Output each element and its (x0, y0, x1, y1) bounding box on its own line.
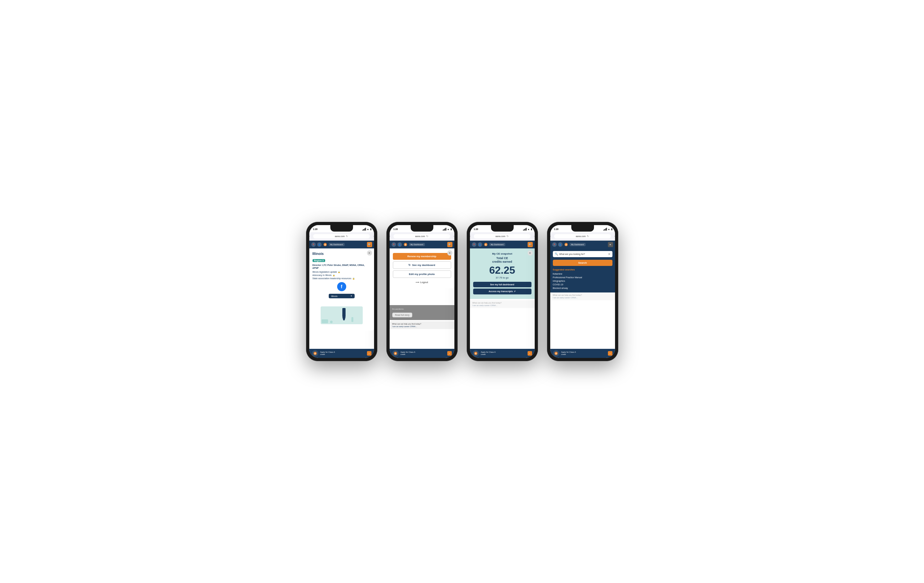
edit-profile-btn[interactable]: Edit my profile photo (393, 271, 451, 278)
signal-bar-2-4 (446, 228, 446, 231)
clear-search-icon[interactable]: ✕ (608, 252, 610, 256)
close-btn-1[interactable]: ✕ (367, 250, 372, 256)
dashboard-btn-4[interactable]: My Dashboard (570, 243, 586, 246)
bottom-arrow-1[interactable]: › (367, 351, 371, 356)
avatar-icon-4[interactable]: 👤 (558, 242, 563, 247)
usa-map (312, 302, 371, 327)
svg-text:A: A (314, 352, 316, 355)
ce-snapshot-panel: ✕ My CE snapshot Total CE credits earned… (470, 248, 535, 299)
search-icon-4: 🔍 (555, 253, 558, 256)
svg-text:A: A (394, 352, 396, 355)
refresh-icon-2[interactable]: ↻ (426, 235, 429, 238)
avatar-icon-2[interactable]: 👤 (398, 242, 402, 247)
external-link-icon: ↗ (514, 290, 516, 293)
signal-bar-4 (365, 228, 366, 231)
lock-icon-2: 🔒 (333, 274, 335, 276)
wifi-icon-3: ▲ (528, 228, 530, 230)
dashboard-btn-2[interactable]: My Dashboard (409, 243, 425, 246)
phone-3: 1:20 ▲ ▮ ‹ aana.com ↻ (467, 222, 538, 361)
bottom-text-2: Apply for Class A credit (401, 351, 446, 356)
suggestion-ppm[interactable]: Professional Practice Manual (553, 276, 612, 279)
search-input[interactable]: What are you looking for? (559, 253, 608, 255)
browser-bar-1: ‹ aana.com ↻ › (309, 232, 374, 241)
access-transcripts-btn[interactable]: Access my transcripts ↗ (473, 289, 531, 294)
close-btn-2[interactable]: ✕ (447, 250, 452, 256)
notch-3 (491, 225, 514, 231)
suggestion-ketamine[interactable]: Ketamine (553, 272, 612, 276)
search-btn-2[interactable]: 🔍 (447, 242, 452, 247)
dashboard-menu-panel: ✕ Renew my membership ↻ See my dashboard… (389, 248, 454, 288)
bottom-logo-2: A (392, 350, 399, 357)
suggested-searches-title: Suggested searches (553, 269, 612, 271)
time-1: 1:20 (313, 228, 318, 230)
state-dropdown[interactable]: Illinois ▾ (329, 294, 355, 298)
signal-bar-2-2 (444, 229, 444, 231)
signal-bar-3 (365, 228, 365, 231)
bottom-bar-3: A Apply for Class A credit › (470, 349, 535, 358)
location-icon-2[interactable]: 📍 (391, 242, 396, 247)
bottom-arrow-3[interactable]: › (528, 351, 532, 356)
ce-panel-title: My CE snapshot (473, 252, 531, 255)
bottom-logo-1: A (312, 350, 318, 357)
read-story-btn[interactable]: Read full story (392, 312, 412, 317)
see-full-dashboard-btn[interactable]: See my full dashboard (473, 282, 531, 287)
suggestion-blocked-airway[interactable]: Blocked airway (553, 286, 612, 290)
nav-icons-2: 📍 👤 A My Dashboard (391, 242, 425, 247)
search-btn-3[interactable]: 🔍 (528, 242, 533, 247)
what-help-section-4: What can we help you find today? I am an… (550, 292, 615, 300)
search-go-btn[interactable]: Search (553, 260, 612, 266)
close-btn-4[interactable]: ✕ (608, 242, 613, 247)
what-help-section-2: What can we help you find today? I am an… (389, 321, 454, 329)
link-item-2[interactable]: Advocacy in Illinois 🔒 (312, 274, 371, 276)
suggestion-covid[interactable]: COVID-19 (553, 283, 612, 286)
facebook-icon[interactable]: f (337, 282, 346, 291)
ce-headline: Total CE credits earned (473, 256, 531, 264)
search-btn-1[interactable]: 🔍 (367, 242, 372, 247)
bg-content-2: the pandemic. Read full story (389, 305, 454, 320)
notch-4 (571, 225, 594, 231)
refresh-icon-1[interactable]: ↻ (346, 235, 348, 238)
avatar-icon-3[interactable]: 👤 (478, 242, 482, 247)
svg-text:A: A (565, 244, 567, 246)
renew-membership-btn[interactable]: Renew my membership (393, 253, 451, 260)
logo-icon-3: A (483, 242, 488, 247)
link-item-1[interactable]: Illinois legislation update 🔒 (312, 271, 371, 273)
time-4: 1:20 (554, 228, 559, 230)
phone-1: 1:20 ▲ ▮ ‹ aana.com ↻ (306, 222, 377, 361)
logout-btn[interactable]: ⟶ Logout (393, 279, 451, 285)
what-help-section-3: What can we help you find today? I am an… (470, 300, 535, 308)
signal-bar-2-1 (443, 230, 443, 231)
see-dashboard-btn[interactable]: ↻ See my dashboard (393, 261, 451, 269)
dashboard-btn-1[interactable]: My Dashboard (329, 243, 345, 246)
bottom-arrow-4[interactable]: › (608, 351, 612, 356)
phone-2: 1:20 ▲ ▮ ‹ aana.com ↻ (386, 222, 458, 361)
wifi-icon: ▲ (367, 228, 369, 230)
link-item-3[interactable]: State association leadership resources 🔒 (312, 277, 371, 279)
logo-icon-2: A (403, 242, 408, 247)
signal-bars-2 (443, 228, 446, 231)
dashboard-btn-3[interactable]: My Dashboard (489, 243, 505, 246)
location-icon[interactable]: 📍 (311, 242, 316, 247)
battery-icon-4: ▮ (611, 228, 612, 231)
location-icon-3[interactable]: 📍 (472, 242, 477, 247)
signal-bars-4 (603, 228, 607, 231)
time-2: 1:20 (393, 228, 398, 230)
svg-rect-6 (322, 319, 328, 323)
bottom-text-3: Apply for Class A credit (481, 351, 526, 356)
bottom-arrow-2[interactable]: › (447, 351, 452, 356)
svg-text:A: A (555, 352, 557, 355)
refresh-icon-4[interactable]: ↻ (587, 235, 589, 238)
refresh-icon-3[interactable]: ↻ (507, 235, 509, 238)
svg-text:A: A (475, 352, 477, 355)
nav-bar-4: 📍 👤 A My Dashboard ✕ (550, 241, 615, 248)
suggestion-infographics[interactable]: Infographics (553, 279, 612, 283)
nav-icons-1: 📍 👤 A My Dashboard (311, 242, 345, 247)
bottom-logo-4: A (553, 350, 559, 357)
bottom-text-1: Apply for Class A credit (320, 351, 365, 356)
avatar-icon[interactable]: 👤 (317, 242, 322, 247)
logo-icon: A (323, 242, 327, 247)
close-btn-3[interactable]: ✕ (528, 250, 533, 256)
location-icon-4[interactable]: 📍 (552, 242, 557, 247)
bottom-logo-3: A (472, 350, 479, 357)
url-field-2: aana.com ↻ (393, 234, 450, 238)
